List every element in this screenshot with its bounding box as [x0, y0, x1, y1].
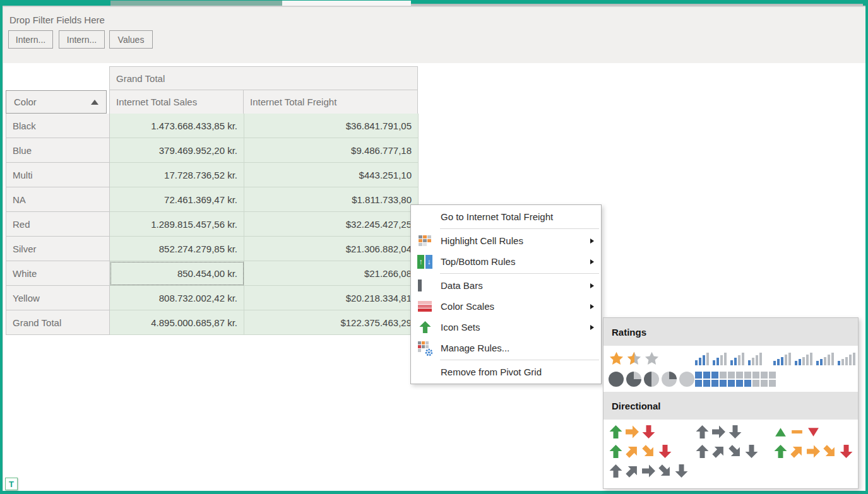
top-bottom-rules-icon: ↑↓: [417, 254, 433, 270]
cell-freight[interactable]: $32.245.427,25: [244, 212, 419, 237]
down-right-arrow-icon: [658, 464, 672, 478]
up-arrow-icon: [773, 444, 788, 459]
submenu-arrow-icon: [590, 325, 594, 330]
icon-set-3-arrows-colored[interactable]: [609, 425, 695, 439]
icon-set-4-arrows-gray[interactable]: [695, 444, 773, 459]
quarter-pie-75-icon: [626, 372, 641, 387]
active-tab[interactable]: [282, 1, 411, 6]
cell-sales[interactable]: 852.274.279,85 kr.: [110, 237, 244, 261]
icon-set-5-boxes[interactable]: [695, 372, 773, 387]
icon-sets-icon: [417, 319, 433, 336]
pivot-grid-window: Drop Filter Fields Here Intern... Intern…: [0, 0, 868, 494]
window-border-right: [865, 6, 868, 494]
cell-sales[interactable]: 808.732.002,42 kr.: [110, 286, 244, 310]
row-label[interactable]: White: [6, 261, 110, 286]
tri-down-arrow-icon: [806, 425, 821, 439]
menu-separator: [440, 228, 599, 229]
row-label[interactable]: Black: [6, 114, 110, 138]
menu-item-icon-sets[interactable]: Icon Sets: [411, 317, 601, 338]
menu-item-remove-from-pivot-grid[interactable]: Remove from Pivot Grid: [411, 362, 601, 382]
rating-bars-icon: [838, 353, 855, 365]
row-field-button-color[interactable]: Color: [6, 90, 107, 114]
cell-freight[interactable]: $20.218.334,81: [244, 286, 419, 310]
down-arrow-icon: [728, 425, 742, 439]
column-header-internet-total-sales[interactable]: Internet Total Sales: [109, 90, 244, 114]
icon-set-5-quarters[interactable]: [609, 372, 695, 387]
cell-freight[interactable]: $1.811.733,80: [244, 187, 419, 212]
icon-set-4-arrows-colored[interactable]: [609, 444, 695, 459]
icon-set-3-triangles[interactable]: [773, 425, 858, 439]
filter-header-area[interactable]: Drop Filter Fields Here Intern... Intern…: [3, 7, 865, 63]
icon-sets-gallery: Ratings Directional: [603, 317, 859, 489]
boxes-rating-icon: [695, 372, 776, 387]
icon-set-5-arrows-gray[interactable]: [609, 464, 695, 478]
field-button-internet-2[interactable]: Intern...: [59, 30, 105, 49]
cell-freight[interactable]: $21.266,08: [244, 261, 419, 286]
row-label[interactable]: NA: [6, 187, 110, 212]
cell-sales[interactable]: 379.469.952,20 kr.: [110, 138, 244, 163]
row-label[interactable]: Silver: [6, 237, 110, 261]
up-arrow-icon: [695, 444, 710, 459]
right-arrow-icon: [625, 425, 639, 439]
rating-bars-icon: [713, 353, 727, 365]
half-star-icon: [626, 351, 642, 367]
app-corner-badge[interactable]: T: [5, 478, 18, 490]
down-arrow-icon: [674, 464, 689, 478]
menu-item-top-bottom-rules[interactable]: ↑↓ Top/Bottom Rules: [411, 251, 601, 272]
manage-rules-icon: [417, 340, 433, 356]
submenu-arrow-icon: [590, 259, 594, 264]
window-top-strip: [0, 0, 868, 6]
quarter-pie-0-icon: [679, 372, 694, 387]
cell-sales[interactable]: 17.728.736,52 kr.: [110, 163, 244, 187]
ratings-section-body: [603, 346, 858, 392]
menu-item-go-to[interactable]: Go to Internet Total Freight: [411, 206, 601, 227]
empty-icon-slot: [417, 209, 433, 225]
rating-bars-icon: [695, 353, 709, 365]
cell-freight[interactable]: $36.841.791,05: [244, 114, 419, 138]
rating-bars-icon: [816, 353, 834, 365]
column-header-grand-total[interactable]: Grand Total: [109, 66, 418, 90]
cell-sales[interactable]: 72.461.369,47 kr.: [110, 187, 244, 212]
row-label[interactable]: Blue: [6, 138, 110, 163]
cell-freight[interactable]: $122.375.463,29: [244, 310, 419, 335]
quarter-pie-100-icon: [609, 372, 624, 387]
row-label[interactable]: Multi: [6, 163, 110, 187]
cell-sales[interactable]: 1.289.815.457,56 kr.: [110, 212, 244, 237]
cell-sales-focused[interactable]: 850.454,00 kr.: [110, 261, 244, 286]
icon-set-5-arrows-colored[interactable]: [773, 444, 858, 459]
field-button-values[interactable]: Values: [109, 30, 153, 49]
row-label-grand-total[interactable]: Grand Total: [6, 310, 110, 335]
menu-item-manage-rules[interactable]: Manage Rules...: [411, 338, 601, 358]
cell-sales[interactable]: 4.895.000.685,87 kr.: [110, 310, 244, 335]
column-header-internet-total-freight[interactable]: Internet Total Freight: [243, 90, 418, 114]
icon-set-5-ratings[interactable]: [773, 353, 858, 365]
window-border-bottom: [0, 491, 868, 494]
data-bars-icon: [417, 278, 433, 294]
field-button-internet-1[interactable]: Intern...: [8, 30, 53, 49]
menu-item-color-scales[interactable]: Color Scales: [411, 296, 601, 317]
row-label[interactable]: Yellow: [6, 286, 110, 310]
icon-set-3-stars[interactable]: [609, 351, 695, 367]
cell-freight[interactable]: $443.251,10: [244, 163, 419, 187]
up-right-arrow-icon: [790, 444, 804, 459]
down-arrow-icon: [641, 425, 656, 439]
up-right-arrow-icon: [711, 444, 726, 459]
up-arrow-icon: [695, 425, 710, 439]
rating-bars-icon: [795, 353, 812, 365]
row-field-label: Color: [14, 97, 37, 107]
cell-freight[interactable]: $21.306.882,04: [244, 237, 419, 261]
menu-item-highlight-cell-rules[interactable]: Highlight Cell Rules: [411, 230, 601, 251]
inactive-tab[interactable]: [110, 1, 282, 6]
gallery-section-directional-header: Directional: [603, 392, 858, 420]
cell-freight[interactable]: $9.486.777,18: [244, 138, 419, 163]
row-label[interactable]: Red: [6, 212, 110, 237]
menu-item-data-bars[interactable]: Data Bars: [411, 275, 601, 296]
icon-set-4-ratings[interactable]: [695, 353, 773, 365]
down-right-arrow-icon: [641, 444, 656, 459]
quarter-pie-50-icon: [644, 372, 659, 387]
tri-up-arrow-icon: [773, 425, 788, 439]
icon-set-3-arrows-gray[interactable]: [695, 425, 773, 439]
empty-star-icon: [644, 351, 660, 367]
menu-separator: [440, 273, 599, 274]
cell-sales[interactable]: 1.473.668.433,85 kr.: [110, 114, 244, 138]
